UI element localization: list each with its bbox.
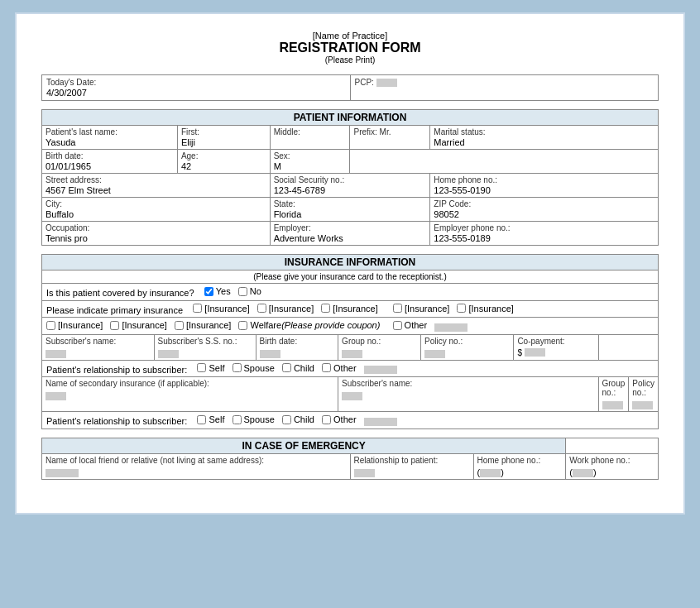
ins7-label[interactable]: [Insurance] [110, 320, 166, 330]
first-label: First: [181, 127, 266, 136]
yes-checkbox-label[interactable]: Yes [204, 286, 231, 296]
sex-value: M [274, 160, 347, 171]
emergency-work-phone-value [573, 469, 593, 477]
emergency-relationship-value [354, 469, 375, 477]
welfare-label[interactable]: Welfare (Please provide coupon) [238, 320, 380, 330]
spouse2-label[interactable]: Spouse [233, 414, 275, 424]
other-ins-label[interactable]: Other [393, 320, 428, 330]
age-value: 42 [181, 160, 266, 171]
no-label: No [250, 286, 261, 296]
copay-dollar: $ [517, 348, 522, 357]
child2-checkbox[interactable] [282, 415, 291, 424]
yes-checkbox[interactable] [204, 287, 213, 296]
ins6-label[interactable]: [Insurance] [46, 320, 103, 330]
subscriber-ss-value [158, 350, 179, 358]
spouse2-checkbox[interactable] [233, 415, 242, 424]
secondary-ins-value [46, 392, 66, 400]
ins3-checkbox[interactable] [321, 304, 330, 313]
age-label: Age: [181, 151, 266, 160]
form-title: REGISTRATION FORM [41, 41, 659, 55]
group-no-value [342, 350, 362, 358]
yes-label: Yes [216, 286, 231, 296]
birth-date-ins-label: Birth date: [260, 337, 335, 346]
emergency-table: IN CASE OF EMERGENCY Name of local frien… [41, 438, 659, 480]
other-rel-checkbox[interactable] [322, 363, 331, 372]
insurance-section-header: INSURANCE INFORMATION [42, 255, 659, 270]
secondary-label: Name of secondary insurance (if applicab… [46, 379, 334, 388]
ins5-checkbox[interactable] [457, 304, 466, 313]
spouse-checkbox[interactable] [233, 363, 242, 372]
insurance-info-table: INSURANCE INFORMATION (Please give your … [41, 254, 659, 429]
emergency-home-phone-value [480, 469, 501, 477]
friend-value [46, 469, 79, 477]
ins4-label[interactable]: [Insurance] [393, 304, 449, 314]
first-name-value: Eliji [181, 136, 266, 147]
ins1-label[interactable]: [Insurance] [193, 304, 249, 314]
zip-value: 98052 [434, 208, 654, 219]
ins5-label[interactable]: [Insurance] [457, 304, 513, 314]
secondary-policy-label: Policy no.: [632, 379, 654, 397]
employer-value: Adventure Works [274, 232, 427, 243]
spouse-label[interactable]: Spouse [233, 363, 275, 373]
other-ins-checkbox[interactable] [393, 321, 402, 330]
zip-label: ZIP Code: [434, 199, 654, 208]
self2-checkbox[interactable] [197, 415, 206, 424]
state-label: State: [274, 199, 427, 208]
emergency-relationship-label: Relationship to patient: [354, 456, 470, 465]
print-note: (Please Print) [41, 55, 659, 65]
child-checkbox[interactable] [282, 363, 291, 372]
ins2-label[interactable]: [Insurance] [257, 304, 314, 314]
middle-label: Middle: [274, 127, 347, 136]
ins2-checkbox[interactable] [257, 304, 266, 313]
other-ins-value [434, 323, 467, 332]
marital-value: Married [434, 136, 654, 147]
self-label[interactable]: Self [197, 363, 224, 373]
primary-label: Please indicate primary insurance [46, 304, 183, 314]
group-no-label: Group no.: [342, 337, 417, 346]
ins4-checkbox[interactable] [393, 304, 402, 313]
practice-name: [Name of Practice] [41, 31, 659, 41]
ssn-value: 123-45-6789 [274, 184, 427, 195]
other2-checkbox[interactable] [322, 415, 331, 424]
ssn-label: Social Security no.: [274, 175, 427, 184]
birth-date-ins-value [260, 350, 280, 358]
last-name-label: Patient's last name: [46, 127, 174, 136]
last-name-value: Yasuda [46, 136, 174, 147]
ins7-checkbox[interactable] [110, 321, 119, 330]
employer-phone-label: Employer phone no.: [434, 223, 654, 232]
other2-label[interactable]: Other [322, 414, 357, 424]
subscriber-ss-label: Subscriber's S.S. no.: [158, 337, 252, 346]
no-checkbox-label[interactable]: No [238, 286, 261, 296]
middle-value [274, 136, 347, 147]
ins8-checkbox[interactable] [175, 321, 184, 330]
secondary-subscriber-value [342, 392, 362, 400]
welfare-checkbox[interactable] [238, 321, 247, 330]
policy-no-value [424, 350, 445, 358]
sex-label: Sex: [274, 151, 347, 160]
ins6-checkbox[interactable] [46, 321, 55, 330]
date-value: 4/30/2007 [46, 87, 346, 98]
home-phone-value: 123-555-0190 [434, 184, 654, 195]
city-label: City: [46, 199, 266, 208]
ins8-label[interactable]: [Insurance] [175, 320, 231, 330]
date-label: Today's Date: [46, 78, 346, 87]
registration-form: [Name of Practice] REGISTRATION FORM (Pl… [15, 12, 685, 515]
copay-value [525, 348, 545, 357]
self-checkbox[interactable] [197, 363, 206, 372]
child2-label[interactable]: Child [282, 414, 314, 424]
no-checkbox[interactable] [238, 287, 247, 296]
child-label[interactable]: Child [282, 363, 314, 373]
subscriber-name-value [46, 350, 66, 358]
pcp-label: PCP: [355, 78, 654, 87]
emergency-work-phone-label: Work phone no.: [569, 456, 654, 465]
patient-info-table: PATIENT INFORMATION Patient's last name:… [41, 109, 659, 246]
self2-label[interactable]: Self [197, 414, 224, 424]
other2-value [364, 418, 397, 426]
relationship-label: Patient's relationship to subscriber: [46, 364, 187, 374]
ins1-checkbox[interactable] [193, 304, 202, 313]
secondary-subscriber-label: Subscriber's name: [342, 379, 594, 388]
policy-no-label: Policy no.: [424, 337, 510, 346]
ins3-label[interactable]: [Insurance] [321, 304, 377, 314]
other-rel-label[interactable]: Other [322, 363, 357, 373]
relationship2-label: Patient's relationship to subscriber: [46, 416, 187, 426]
